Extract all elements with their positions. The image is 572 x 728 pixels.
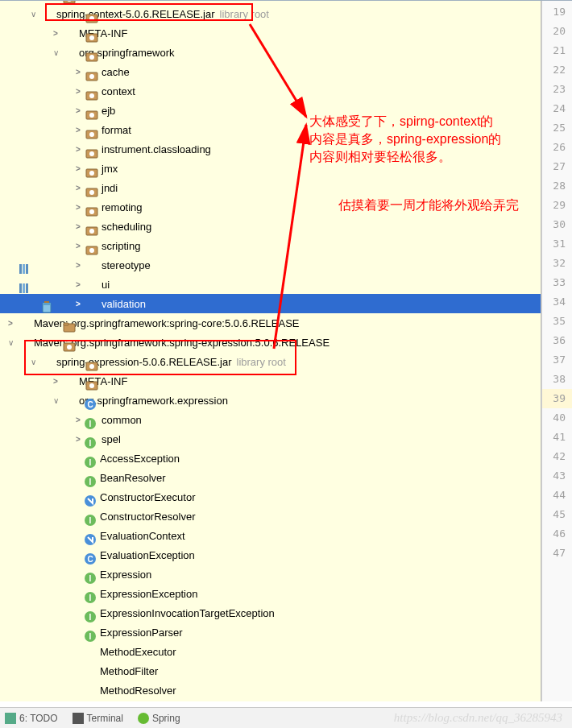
tree-node-jar[interactable]: spring-context-5.0.6.RELEASE.jarlibrary … [0, 4, 541, 23]
expand-arrow-icon[interactable] [27, 8, 39, 19]
expand-arrow-icon[interactable] [73, 182, 84, 193]
expand-arrow-icon[interactable] [73, 279, 84, 290]
node-label: spel [102, 433, 121, 445]
tree-node-folder[interactable]: META-INF [0, 371, 541, 391]
node-label: Expression [100, 569, 151, 581]
tree-node-package[interactable]: stereotype [0, 255, 541, 275]
line-number: 26 [542, 138, 572, 157]
line-number: 44 [542, 486, 572, 505]
line-number: 21 [542, 41, 572, 60]
line-number: 42 [542, 447, 572, 466]
library-icon [18, 336, 31, 349]
tree-node-package[interactable]: spel [0, 429, 541, 449]
expand-arrow-icon[interactable] [73, 143, 84, 155]
tree-node-class[interactable]: AccessException [0, 449, 541, 468]
project-tree[interactable]: spring-context-5.0.6.RELEASE.jarlibrary … [0, 1, 541, 701]
package-icon [63, 394, 76, 407]
expand-arrow-icon[interactable] [73, 85, 84, 97]
expand-arrow-icon[interactable] [50, 375, 61, 387]
node-label: jndi [102, 182, 118, 194]
expand-arrow-icon[interactable] [50, 395, 61, 406]
expand-arrow-icon[interactable] [73, 259, 84, 271]
expand-arrow-icon[interactable] [73, 298, 84, 309]
node-label: spring-expression-5.0.6.RELEASE.jar [56, 356, 232, 368]
tree-node-folder[interactable]: META-INF [0, 23, 541, 43]
tree-node-package[interactable]: scheduling [0, 217, 541, 236]
expand-arrow-icon[interactable] [73, 433, 84, 445]
terminal-icon [73, 713, 84, 724]
expand-arrow-icon[interactable] [73, 105, 84, 116]
editor-gutter[interactable]: 1920212223242526272829303132333435363738… [541, 1, 572, 701]
todo-tool-button[interactable]: 6: TODO [5, 713, 58, 724]
bottom-label: Spring [152, 713, 180, 724]
expand-arrow-icon[interactable] [50, 27, 61, 39]
tree-node-interface[interactable]: EvaluationContext [0, 526, 541, 545]
tree-node-package[interactable]: common [0, 410, 541, 429]
tree-node-class[interactable]: ExpressionInvocationTargetException [0, 603, 541, 623]
node-label: ejb [102, 105, 115, 117]
line-number: 32 [542, 254, 572, 273]
tree-node-package[interactable]: cache [0, 62, 541, 81]
node-label: ConstructorExecutor [100, 491, 196, 503]
tree-node-package[interactable]: remoting [0, 197, 541, 217]
tree-node-package[interactable]: jndi [0, 178, 541, 197]
expand-arrow-icon[interactable] [73, 414, 84, 425]
node-label: MethodFilter [100, 665, 158, 677]
tree-node-interface[interactable]: ExpressionParser [0, 623, 541, 642]
tree-node-package[interactable]: context [0, 81, 541, 101]
tree-node-jar[interactable]: spring-expression-5.0.6.RELEASE.jarlibra… [0, 352, 541, 371]
tree-node-package[interactable]: ejb [0, 101, 541, 120]
node-label: Maven: org.springframework:spring-expres… [34, 337, 330, 349]
spring-tool-button[interactable]: Spring [138, 713, 180, 724]
line-number: 34 [542, 292, 572, 312]
expand-arrow-icon[interactable] [73, 66, 84, 77]
expand-arrow-icon[interactable] [27, 356, 39, 367]
node-label: context [102, 85, 135, 97]
node-label: MethodResolver [100, 685, 176, 697]
tree-node-package[interactable]: format [0, 120, 541, 139]
expand-arrow-icon[interactable] [73, 221, 84, 232]
tree-node-interface[interactable]: ConstructorExecutor [0, 487, 541, 507]
node-label: instrument.classloading [102, 143, 211, 155]
jar-icon [40, 355, 53, 368]
jar-icon [40, 7, 53, 20]
tree-node-package[interactable]: scripting [0, 236, 541, 255]
expand-arrow-icon[interactable] [5, 337, 16, 348]
line-number: 30 [542, 215, 572, 234]
bottom-label: Terminal [87, 713, 123, 724]
tree-node-package[interactable]: org.springframework [0, 43, 541, 62]
expand-arrow-icon[interactable] [5, 317, 16, 329]
tree-node-package[interactable]: org.springframework.expression [0, 391, 541, 410]
expand-arrow-icon[interactable] [73, 163, 84, 174]
tree-node-interface[interactable]: BeanResolver [0, 468, 541, 487]
tree-node-interface[interactable]: MethodResolver [0, 680, 541, 700]
node-label: common [102, 414, 142, 426]
expand-arrow-icon[interactable] [50, 47, 61, 58]
node-label: MethodExecutor [100, 646, 176, 658]
tree-node-package[interactable]: instrument.classloading [0, 139, 541, 159]
expand-arrow-icon[interactable] [73, 124, 84, 135]
line-number: 24 [542, 99, 572, 118]
spring-icon [138, 713, 149, 724]
line-number: 28 [542, 176, 572, 196]
terminal-tool-button[interactable]: Terminal [73, 713, 123, 724]
tree-node-interface[interactable]: MethodFilter [0, 661, 541, 680]
tree-node-package-selected[interactable]: validation [0, 294, 541, 313]
tree-node-library[interactable]: Maven: org.springframework:spring-expres… [0, 333, 541, 352]
line-number: 36 [542, 331, 572, 350]
line-number: 41 [542, 428, 572, 447]
tree-node-library[interactable]: Maven: org.springframework:spring-core:5… [0, 313, 541, 333]
line-number: 31 [542, 234, 572, 254]
expand-arrow-icon[interactable] [73, 201, 84, 213]
node-label: BeanResolver [100, 472, 166, 484]
tree-node-exception[interactable]: ExpressionException [0, 584, 541, 603]
tree-node-interface[interactable]: MethodExecutor [0, 642, 541, 661]
expand-arrow-icon[interactable] [73, 240, 84, 251]
tree-node-interface[interactable]: ConstructorResolver [0, 507, 541, 526]
tree-node-package[interactable]: ui [0, 275, 541, 294]
interface-icon [84, 684, 97, 697]
tree-node-package[interactable]: jmx [0, 159, 541, 178]
tree-node-exception[interactable]: EvaluationException [0, 545, 541, 565]
line-number: 19 [542, 2, 572, 22]
tree-node-interface[interactable]: Expression [0, 565, 541, 584]
